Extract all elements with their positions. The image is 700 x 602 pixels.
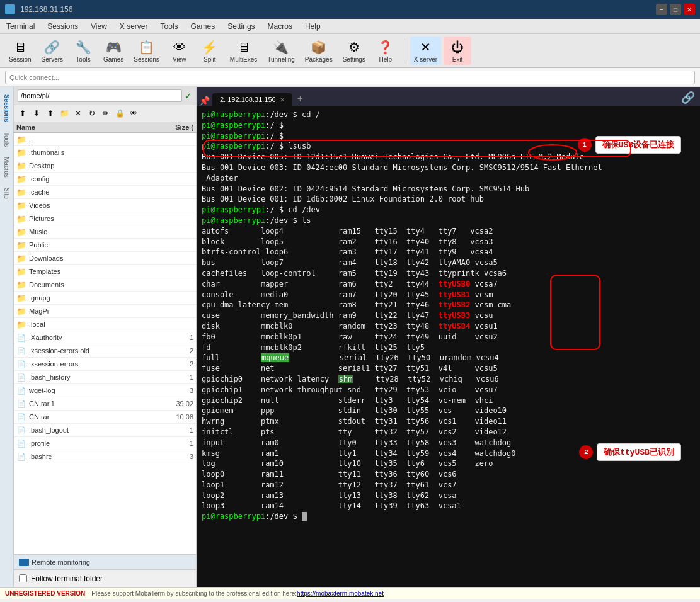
menu-help[interactable]: Help (299, 20, 327, 33)
tab-1-close[interactable]: ✕ (280, 96, 285, 103)
sidebar-item-macros[interactable]: Macros (2, 152, 11, 183)
toolbar-multiexec[interactable]: 🖥 MultiExec (226, 37, 261, 65)
follow-checkbox[interactable] (19, 574, 27, 582)
callout-2-container: 2 确保ttyUSB已识别 (579, 443, 681, 461)
toolbar-games[interactable]: 🎮 Games (100, 37, 127, 65)
list-item[interactable]: 📄.bashrc3 (14, 450, 196, 463)
folder-icon: 📁 (16, 213, 26, 224)
file-size: 3 (156, 387, 193, 394)
toolbar-tunneling[interactable]: 🔌 Tunneling (263, 37, 299, 65)
path-input[interactable] (18, 89, 182, 102)
follow-label: Follow terminal folder (31, 574, 103, 583)
list-item[interactable]: 📁.. (14, 133, 196, 146)
list-item[interactable]: 📄.Xauthority1 (14, 331, 196, 344)
menu-xserver[interactable]: X server (113, 20, 154, 33)
toolbar-xserver[interactable]: ✕ X server (410, 37, 441, 65)
list-item[interactable]: 📁Public (14, 239, 196, 252)
svg-point-0 (529, 145, 577, 160)
file-download-btn[interactable]: ⬇ (30, 107, 43, 120)
list-item[interactable]: 📁.thumbnails (14, 146, 196, 159)
tools-icon: 🔧 (74, 38, 92, 56)
toolbar-settings[interactable]: ⚙ Settings (339, 37, 369, 65)
tab-1[interactable]: 2. 192.168.31.156 ✕ (212, 93, 292, 106)
file-icon-doc: 📄 (16, 385, 26, 395)
list-item[interactable]: 📁.local (14, 318, 196, 331)
col-name: Name (16, 123, 156, 131)
session-icon: 🖥 (11, 38, 29, 56)
list-item[interactable]: 📁Videos (14, 199, 196, 212)
sidebar-item-sessions[interactable]: Sessions (2, 89, 11, 127)
list-item[interactable]: 📄.bash_logout1 (14, 424, 196, 437)
remote-monitor-button[interactable]: Remote monitoring (19, 559, 90, 566)
status-link[interactable]: https://mobaxterm.mobatek.net (297, 590, 384, 597)
minimize-button[interactable]: − (656, 4, 667, 15)
file-showhidden-btn[interactable]: 👁 (127, 107, 140, 120)
list-item[interactable]: 📁Templates (14, 265, 196, 278)
toolbar-tools[interactable]: 🔧 Tools (69, 37, 97, 65)
list-item[interactable]: 📁Music (14, 225, 196, 239)
list-item[interactable]: 📁Pictures (14, 212, 196, 225)
terminal[interactable]: pi@raspberrypi:/dev $ cd / pi@raspberryp… (197, 106, 700, 587)
list-item[interactable]: 📁Documents (14, 278, 196, 292)
menu-view[interactable]: View (84, 20, 113, 33)
toolbar-packages[interactable]: 📦 Packages (301, 37, 336, 65)
folder-icon: 📁 (16, 134, 26, 144)
file-up-btn[interactable]: ⬆ (16, 107, 29, 120)
file-name: CN.rar.1 (29, 400, 156, 407)
sidebar-item-sftp[interactable]: Sftp (2, 183, 11, 204)
help-label: Help (379, 56, 393, 63)
list-item[interactable]: 📁Downloads (14, 252, 196, 265)
sidebar-item-tools[interactable]: Tools (2, 127, 11, 152)
toolbar-exit[interactable]: ⏻ Exit (444, 37, 471, 65)
list-item[interactable]: 📁.config (14, 173, 196, 186)
tab-add-button[interactable]: + (294, 93, 307, 105)
title-bar: 192.168.31.156 − □ ✕ (0, 0, 700, 19)
menu-settings[interactable]: Settings (221, 20, 261, 33)
file-name: .Xauthority (29, 334, 156, 341)
maximize-button[interactable]: □ (670, 4, 681, 15)
menu-sessions[interactable]: Sessions (41, 20, 84, 33)
folder-icon: 📁 (16, 147, 26, 157)
list-item[interactable]: 📁Desktop (14, 159, 196, 173)
quick-connect-input[interactable] (5, 71, 695, 84)
toolbar-help[interactable]: ❓ Help (372, 37, 399, 65)
toolbar-servers[interactable]: 🔗 Servers (38, 37, 67, 65)
file-delete-btn[interactable]: ✕ (72, 107, 84, 120)
toolbar-session[interactable]: 🖥 Session (5, 37, 35, 65)
list-item[interactable]: 📄.xsession-errors.old2 (14, 344, 196, 358)
menu-terminal[interactable]: Terminal (0, 20, 41, 33)
menu-games[interactable]: Games (185, 20, 222, 33)
terminal-area: 📌 2. 192.168.31.156 ✕ + 🔗 pi@raspberrypi… (197, 87, 700, 587)
file-rename-btn[interactable]: ✏ (100, 107, 112, 120)
list-item[interactable]: 📁.cache (14, 186, 196, 199)
file-name: .bash_logout (29, 426, 156, 434)
list-item[interactable]: 📄CN.rar10 08 (14, 411, 196, 424)
side-icons: Sessions Tools Macros Sftp (0, 87, 14, 587)
list-item[interactable]: 📁MagPi (14, 305, 196, 318)
folder-icon: 📁 (16, 161, 26, 171)
toolbar-sessions[interactable]: 📋 Sessions (130, 37, 163, 65)
list-item[interactable]: 📄.xsession-errors2 (14, 358, 196, 371)
close-button[interactable]: ✕ (684, 4, 695, 15)
help-icon: ❓ (377, 38, 394, 56)
list-item[interactable]: 📄CN.rar.139 02 (14, 397, 196, 411)
games-icon: 🎮 (105, 38, 122, 56)
list-item[interactable]: 📄.bash_history1 (14, 371, 196, 384)
toolbar-view[interactable]: 👁 View (166, 37, 193, 65)
folder-icon: 📁 (16, 200, 26, 210)
toolbar-split[interactable]: ⚡ Split (196, 37, 224, 65)
file-size: 39 02 (156, 400, 193, 407)
file-refresh-btn[interactable]: ↻ (86, 107, 98, 120)
sessions-icon: 📋 (138, 38, 156, 56)
file-permissions-btn[interactable]: 🔒 (113, 107, 126, 120)
list-item[interactable]: 📁.gnupg (14, 292, 196, 305)
file-upload-btn[interactable]: ⬆ (44, 107, 57, 120)
list-item[interactable]: 📄wget-log3 (14, 384, 196, 397)
file-name: Desktop (29, 162, 156, 169)
folder-icon: 📁 (16, 227, 26, 237)
list-item[interactable]: 📄.profile1 (14, 437, 196, 450)
file-newfolder-btn[interactable]: 📁 (58, 107, 71, 120)
callout-1-container: 1 确保USB设备已连接 (578, 136, 681, 154)
menu-tools[interactable]: Tools (154, 20, 185, 33)
menu-macros[interactable]: Macros (261, 20, 299, 33)
